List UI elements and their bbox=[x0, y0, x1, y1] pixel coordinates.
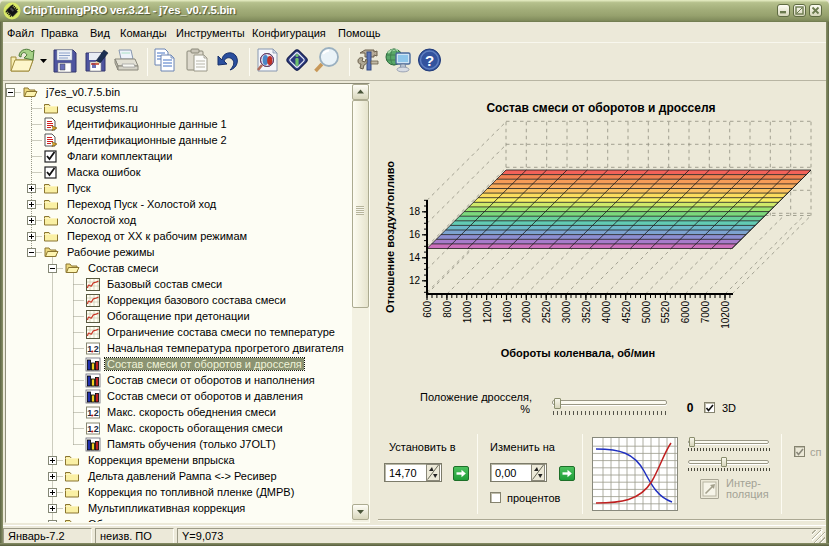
svg-text:1000: 1000 bbox=[462, 301, 473, 324]
svg-text:4520: 4520 bbox=[621, 301, 632, 324]
svg-text:6000: 6000 bbox=[680, 301, 691, 324]
svg-text:1: 1 bbox=[87, 408, 92, 418]
svg-text:2000: 2000 bbox=[521, 301, 532, 324]
svg-text:14: 14 bbox=[409, 252, 421, 263]
svg-text:5520: 5520 bbox=[660, 301, 671, 324]
svg-text:1600: 1600 bbox=[502, 301, 513, 324]
svg-text:12: 12 bbox=[409, 275, 421, 286]
svg-text:3520: 3520 bbox=[581, 301, 592, 324]
svg-text:2: 2 bbox=[94, 408, 99, 418]
svg-text:2: 2 bbox=[94, 424, 99, 434]
svg-text:7000: 7000 bbox=[700, 301, 711, 324]
svg-text:Состав смеси от оборотов и дро: Состав смеси от оборотов и дросселя bbox=[486, 101, 715, 115]
svg-text:Обороты коленвала, об/мин: Обороты коленвала, об/мин bbox=[501, 347, 656, 359]
svg-text:0: 0 bbox=[687, 401, 694, 415]
svg-text:3000: 3000 bbox=[561, 301, 572, 324]
svg-text:5000: 5000 bbox=[641, 301, 652, 324]
svg-text:4000: 4000 bbox=[601, 301, 612, 324]
svg-text:16: 16 bbox=[409, 229, 421, 240]
svg-text:Отношение воздух/топливо: Отношение воздух/топливо bbox=[384, 161, 396, 313]
svg-text:2: 2 bbox=[94, 344, 99, 354]
svg-text:800: 800 bbox=[442, 301, 453, 318]
svg-text:1: 1 bbox=[87, 344, 92, 354]
svg-text:1200: 1200 bbox=[482, 301, 493, 324]
svg-text:600: 600 bbox=[422, 301, 433, 318]
svg-text:10200: 10200 bbox=[720, 301, 731, 329]
svg-text:3D: 3D bbox=[722, 402, 736, 414]
svg-text:1: 1 bbox=[87, 424, 92, 434]
svg-text:%: % bbox=[520, 403, 530, 415]
svg-text:18: 18 bbox=[409, 206, 421, 217]
svg-text:?: ? bbox=[425, 52, 434, 69]
svg-text:Положение дросселя,: Положение дросселя, bbox=[420, 391, 532, 403]
svg-text:2520: 2520 bbox=[541, 301, 552, 324]
